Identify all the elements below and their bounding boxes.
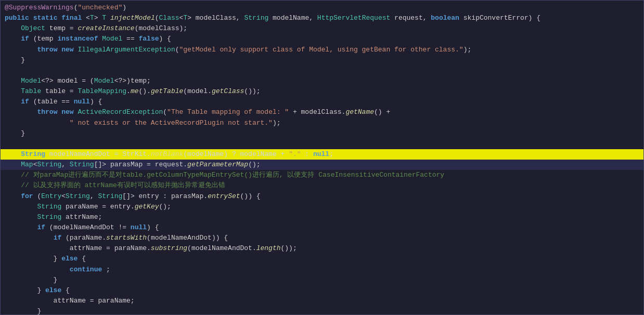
code-line-16: String paraName = entry.getKey(); [1,202,643,212]
code-line-highlighted: String modelNameAndDot = StrKit.notBlank… [1,149,643,160]
code-line-21: } else { [1,254,643,264]
code-line-10c: " not exists or the ActiveRecordPlugin n… [1,118,643,128]
code-line-26: } [1,306,643,315]
code-line-3: Object temp = createInstance(modelClass)… [1,23,643,34]
code-line-20: attrName = paraName.substring(modelNameA… [1,243,643,254]
code-line-comment2: // 以及支持界面的 attrName有误时可以感知并抛出异常避免出错 [1,180,643,191]
code-editor: @SuppressWarnings("unchecked") public st… [0,0,644,315]
token-annotation: @SuppressWarnings [5,3,74,13]
code-line-25: attrName = paraName; [1,296,643,306]
code-line-11-blank [1,139,643,149]
code-line-selected: Map<String, String[]> parasMap = request… [1,160,643,170]
code-line-17: String attrName; [1,212,643,222]
code-line-comment1: // 对paraMap进行遍历而不是对table.getColumnTypeMa… [1,170,643,180]
code-line-8: Model<?> model = (Model<?>)temp; [1,76,643,86]
code-line-10d: } [1,128,643,139]
code-line-10: if (table == null) { [1,97,643,107]
code-line-19: if (paraName.startsWith(modelNameAndDot)… [1,233,643,243]
code-line-4: if (temp instanceof Model == false) { [1,34,643,44]
code-line-23: } [1,275,643,285]
code-line-7 [1,65,643,76]
code-line-6: } [1,55,643,65]
code-line-18: if (modelNameAndDot != null) { [1,222,643,233]
code-line-24: } else { [1,285,643,296]
code-line-15: for (Entry<String, String[]> entry : par… [1,191,643,202]
code-line-22: continue ; [1,265,643,275]
code-line-1: @SuppressWarnings("unchecked") [1,3,643,13]
code-line-5: throw new IllegalArgumentException("getM… [1,45,643,55]
code-line-2: public static final <T> T injectModel(Cl… [1,13,643,23]
code-line-10b: throw new ActiveRecordException("The Tab… [1,107,643,117]
code-line-9: Table table = TableMapping.me().getTable… [1,86,643,97]
